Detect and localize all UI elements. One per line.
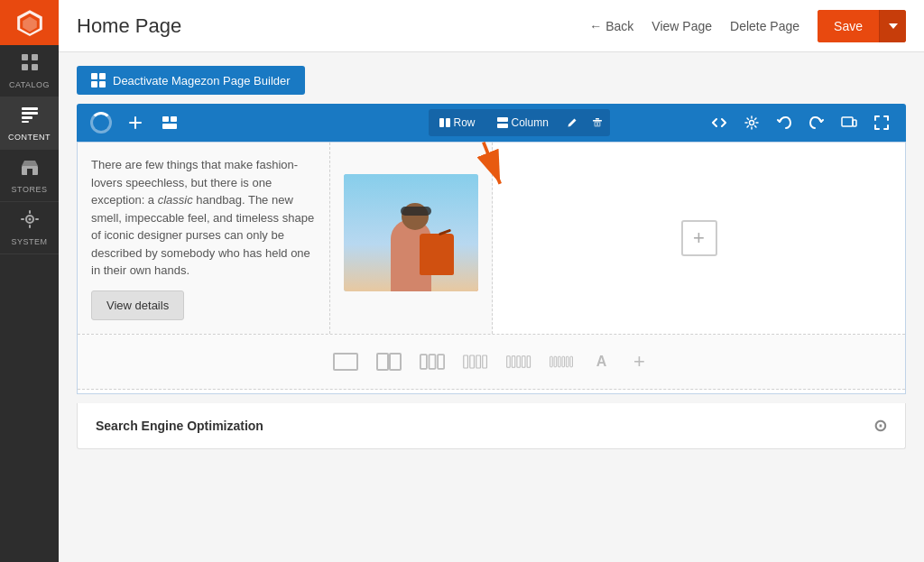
svg-rect-24 — [497, 117, 508, 122]
deactivate-button[interactable]: Deactivate Magezon Page Builder — [77, 66, 305, 95]
svg-rect-49 — [522, 355, 525, 367]
seo-label: Search Engine Optimization — [96, 419, 263, 433]
row-label: Row — [454, 116, 476, 129]
seo-section[interactable]: Search Engine Optimization ⊙ — [77, 403, 906, 449]
svg-rect-52 — [554, 356, 557, 366]
redo-button[interactable] — [803, 109, 830, 136]
layout-6col-button[interactable] — [550, 353, 575, 371]
svg-rect-6 — [32, 64, 38, 70]
layout-button[interactable] — [156, 109, 183, 136]
layout-options-row: A + — [78, 335, 905, 390]
sidebar-logo — [0, 0, 59, 45]
deactivate-label: Deactivate Magezon Page Builder — [113, 74, 291, 88]
stores-icon — [20, 157, 40, 181]
svg-rect-20 — [171, 116, 177, 122]
sidebar-item-stores[interactable]: STORES — [0, 150, 59, 202]
canvas-col-1: There are few things that make fashion-l… — [78, 143, 330, 334]
delete-column-button[interactable] — [585, 109, 610, 136]
svg-rect-12 — [27, 169, 32, 175]
svg-rect-56 — [569, 356, 572, 366]
code-button[interactable] — [706, 109, 733, 136]
svg-rect-54 — [562, 356, 565, 366]
svg-rect-23 — [446, 118, 450, 127]
svg-rect-53 — [558, 356, 560, 366]
add-element-button[interactable] — [122, 109, 149, 136]
view-page-link[interactable]: View Page — [651, 19, 712, 33]
catalog-icon — [20, 52, 40, 77]
canvas-col-3: + — [493, 143, 905, 334]
canvas-col-2 — [330, 143, 493, 334]
save-dropdown-button[interactable] — [879, 10, 906, 42]
content-icon — [20, 105, 40, 129]
page-content: Deactivate Magezon Page Builder — [59, 52, 924, 562]
row-column-overlay: Row Column — [429, 109, 610, 136]
svg-rect-26 — [593, 120, 602, 122]
responsive-button[interactable] — [836, 109, 863, 136]
fashion-image — [344, 174, 478, 291]
svg-rect-4 — [32, 54, 38, 60]
svg-rect-28 — [594, 122, 600, 127]
add-column-button[interactable]: + — [681, 220, 717, 256]
undo-button[interactable] — [771, 109, 798, 136]
layout-2col-button[interactable] — [376, 353, 402, 371]
svg-rect-44 — [476, 355, 480, 368]
column-pill[interactable]: Column — [486, 112, 559, 134]
sidebar-item-content[interactable]: CONTENT — [0, 97, 59, 150]
svg-rect-51 — [550, 356, 552, 366]
svg-rect-45 — [482, 355, 486, 368]
canvas-content-row: There are few things that make fashion-l… — [78, 143, 905, 335]
svg-rect-46 — [506, 355, 510, 367]
col1-text: There are few things that make fashion-l… — [91, 156, 316, 280]
save-button[interactable]: Save — [818, 10, 879, 42]
layout-4col-button[interactable] — [463, 353, 488, 371]
page-header: Home Page ← Back View Page Delete Page S… — [59, 0, 924, 52]
svg-rect-36 — [334, 354, 357, 370]
edit-column-button[interactable] — [559, 109, 585, 136]
page-title: Home Page — [77, 14, 571, 38]
svg-rect-21 — [162, 124, 177, 129]
svg-rect-9 — [22, 116, 32, 119]
header-actions: ← Back View Page Delete Page Save — [589, 10, 906, 42]
svg-rect-17 — [21, 218, 24, 220]
back-link[interactable]: ← Back — [589, 19, 633, 33]
layout-3col-button[interactable] — [420, 353, 445, 371]
svg-rect-55 — [566, 356, 568, 366]
content-label: CONTENT — [8, 133, 51, 142]
page-builder-icon — [91, 73, 106, 88]
svg-rect-47 — [512, 355, 515, 367]
view-details-button[interactable]: View details — [91, 290, 184, 320]
svg-rect-7 — [22, 107, 38, 110]
toolbar-right — [706, 109, 895, 136]
delete-page-link[interactable]: Delete Page — [730, 19, 799, 33]
system-label: SYSTEM — [11, 237, 47, 246]
system-icon — [20, 209, 40, 234]
text-element-button[interactable]: A — [593, 353, 611, 371]
seo-chevron-icon[interactable]: ⊙ — [873, 416, 887, 436]
svg-point-14 — [28, 218, 31, 221]
main-area: Home Page ← Back View Page Delete Page S… — [59, 0, 924, 562]
column-label: Column — [512, 116, 549, 129]
layout-1col-button[interactable] — [333, 353, 358, 371]
svg-rect-50 — [527, 355, 531, 367]
add-element-plus-button[interactable]: + — [629, 351, 651, 373]
svg-rect-39 — [420, 355, 426, 369]
fullscreen-button[interactable] — [868, 109, 895, 136]
svg-rect-33 — [853, 120, 856, 126]
svg-rect-27 — [596, 118, 599, 120]
sidebar-item-system[interactable]: SYSTEM — [0, 202, 59, 254]
svg-point-31 — [750, 121, 754, 125]
layout-5col-button[interactable] — [506, 353, 531, 371]
svg-rect-38 — [390, 354, 401, 370]
svg-rect-48 — [516, 355, 520, 367]
svg-rect-18 — [35, 218, 39, 220]
svg-rect-15 — [29, 210, 31, 214]
sidebar-item-catalog[interactable]: CATALOG — [0, 45, 59, 97]
builder-canvas: There are few things that make fashion-l… — [77, 142, 906, 394]
settings-button[interactable] — [738, 109, 765, 136]
save-button-group: Save — [818, 10, 906, 42]
row-pill[interactable]: Row — [429, 112, 486, 134]
svg-rect-42 — [463, 355, 467, 368]
svg-rect-16 — [29, 225, 31, 228]
builder-area: Row Column — [77, 104, 906, 394]
svg-rect-41 — [438, 355, 444, 369]
